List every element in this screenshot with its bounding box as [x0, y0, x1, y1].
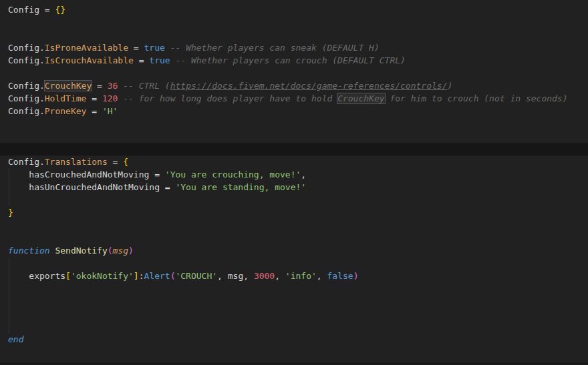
code-token: [: [65, 271, 71, 281]
code-token: SendNotify: [55, 246, 107, 256]
code-line[interactable]: Config.HoldTime = 120 -- for how long do…: [0, 92, 588, 105]
code-line[interactable]: [0, 257, 588, 270]
code-line[interactable]: hasUnCrouchedAndNotMoving = 'You are sta…: [0, 181, 588, 194]
code-token[interactable]: https://docs.fivem.net/docs/game-referen…: [170, 81, 448, 91]
code-line[interactable]: [0, 130, 588, 143]
code-token: =: [92, 81, 107, 91]
code-line[interactable]: [0, 282, 588, 295]
code-line[interactable]: Config.IsCrouchAvailable = true -- Wheth…: [0, 54, 588, 67]
indent-guide-line: [9, 320, 9, 333]
code-line[interactable]: [0, 194, 588, 206]
code-token: 'info': [285, 271, 317, 281]
indent-guide-line: [9, 257, 9, 270]
code-token: Config.: [8, 106, 45, 116]
code-token: Alert: [144, 271, 170, 281]
code-token: Config =: [8, 5, 55, 15]
indent-guide-line: [9, 282, 9, 295]
code-line[interactable]: Config.Translations = {: [0, 155, 588, 168]
code-token: {: [123, 157, 128, 167]
code-line[interactable]: Config.ProneKey = 'H': [0, 105, 588, 117]
code-token: for him to crouch (not in seconds): [385, 93, 568, 103]
code-token: function: [8, 246, 50, 256]
indent-guide-line: [9, 295, 9, 308]
code-line-current[interactable]: [0, 143, 588, 155]
code-token: ): [128, 246, 134, 256]
code-token: hasUnCrouchedAndNotMoving =: [8, 182, 175, 192]
occurrence-highlight-token: CrouchKey: [45, 81, 92, 91]
code-line[interactable]: [0, 308, 588, 320]
code-token: IsProneAvailable: [45, 43, 128, 53]
occurrence-highlight-token: CrouchKey: [337, 93, 384, 103]
code-token: -- for how long does player have to hold: [123, 93, 337, 103]
code-line[interactable]: [0, 219, 588, 232]
code-token: 'You are crouching, move!': [165, 169, 301, 179]
code-editor[interactable]: Config = {}Config.IsProneAvailable = tru…: [0, 0, 588, 365]
code-token: ProneKey: [45, 106, 87, 116]
code-token: Config.: [8, 93, 45, 103]
code-token: -- CTRL (: [123, 81, 170, 91]
code-token: Config.: [8, 55, 45, 65]
code-token: 'okokNotify': [71, 271, 134, 281]
code-token: 3000: [254, 271, 275, 281]
code-token: 'CROUCH': [175, 271, 217, 281]
code-token: -- Whether players can crouch (DEFAULT C…: [175, 55, 405, 65]
code-token: {}: [55, 5, 65, 15]
code-token: Config.: [8, 157, 45, 167]
code-token: -- Whether players can sneak (DEFAULT H): [170, 43, 380, 53]
code-token: true: [144, 43, 165, 53]
indent-guide-line: [9, 308, 9, 320]
code-token: Config.: [8, 81, 45, 91]
code-token: IsCrouchAvailable: [45, 55, 134, 65]
code-line[interactable]: Config.IsProneAvailable = true -- Whethe…: [0, 41, 588, 54]
panel-edge: [0, 362, 588, 365]
code-token: =: [108, 157, 123, 167]
indent-guide-line: [9, 270, 9, 282]
code-token: 36: [108, 81, 118, 91]
code-token: ,: [275, 271, 285, 281]
code-token: end: [8, 334, 23, 344]
code-token: :: [139, 271, 144, 281]
code-line[interactable]: function SendNotify(msg): [0, 244, 588, 257]
code-token: =: [86, 93, 102, 103]
code-line[interactable]: Config = {}: [0, 3, 588, 16]
code-token: true: [149, 55, 170, 65]
code-line[interactable]: [0, 117, 588, 130]
code-token: =: [128, 43, 144, 53]
code-token: =: [134, 55, 149, 65]
code-line[interactable]: [0, 295, 588, 308]
code-token: Translations: [45, 157, 108, 167]
code-token: 120: [102, 93, 118, 103]
code-line[interactable]: end: [0, 333, 588, 346]
code-token: =: [86, 106, 102, 116]
code-line[interactable]: [0, 346, 588, 358]
indent-guide-line: [9, 168, 9, 181]
code-line[interactable]: [0, 67, 588, 79]
code-token: (: [108, 246, 113, 256]
code-token: exports: [8, 271, 65, 281]
code-token: HoldTime: [45, 93, 87, 103]
code-line[interactable]: Config.CrouchKey = 36 -- CTRL (https://d…: [0, 79, 588, 92]
code-token: ): [448, 81, 453, 91]
code-line[interactable]: }: [0, 206, 588, 219]
code-line[interactable]: exports['okokNotify']:Alert('CROUCH', ms…: [0, 270, 588, 282]
code-token: 'You are standing, move!': [175, 182, 306, 192]
code-line[interactable]: [0, 16, 588, 29]
code-token: ]: [134, 271, 139, 281]
code-token: ,: [317, 271, 327, 281]
code-token: , msg,: [217, 271, 254, 281]
code-token: }: [8, 208, 13, 218]
code-line[interactable]: [0, 29, 588, 41]
indent-guide-line: [9, 181, 9, 194]
code-token: 'H': [102, 106, 118, 116]
code-token: Config.: [8, 43, 45, 53]
code-token: ): [353, 271, 359, 281]
code-line[interactable]: [0, 320, 588, 333]
code-line[interactable]: hasCrouchedAndNotMoving = 'You are crouc…: [0, 168, 588, 181]
indent-guide-line: [9, 194, 9, 206]
code-token: false: [327, 271, 353, 281]
code-line[interactable]: [0, 232, 588, 244]
code-token: ,: [301, 169, 306, 179]
code-token: msg: [113, 246, 128, 256]
code-token: hasCrouchedAndNotMoving =: [8, 169, 165, 179]
code-token: [165, 43, 170, 53]
